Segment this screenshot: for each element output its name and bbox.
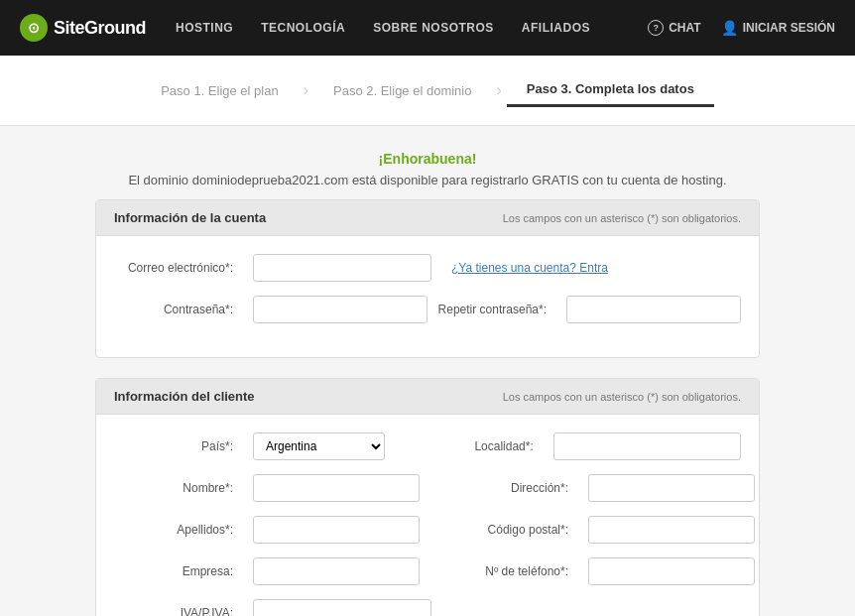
email-label: Correo electrónico*: bbox=[114, 261, 243, 275]
phone-input[interactable] bbox=[588, 557, 755, 585]
login-label: INICIAR SESIÓN bbox=[743, 21, 835, 35]
repeat-password-input[interactable] bbox=[566, 296, 741, 323]
main-content: ¡Enhorabuena! El dominio dominiodeprueba… bbox=[80, 126, 775, 616]
name-address-row: Nombre*: Dirección*: bbox=[114, 474, 741, 502]
client-card-body: País*: Argentina España México Colombia … bbox=[96, 415, 759, 616]
logo-text: SiteGround bbox=[54, 18, 146, 39]
password-label: Contraseña*: bbox=[114, 303, 243, 316]
main-nav: HOSTING TECNOLOGÍA SOBRE NOSOTROS AFILIA… bbox=[176, 21, 648, 35]
success-message: ¡Enhorabuena! El dominio dominiodeprueba… bbox=[95, 151, 760, 187]
email-row: Correo electrónico*: ¿Ya tienes una cuen… bbox=[114, 254, 741, 282]
chat-label: CHAT bbox=[669, 21, 700, 35]
lastname-input[interactable] bbox=[253, 516, 420, 544]
account-section-title: Información de la cuenta bbox=[114, 210, 266, 225]
main-header: ⊙ SiteGround HOSTING TECNOLOGÍA SOBRE NO… bbox=[0, 0, 855, 56]
lastname-postal-row: Apellidos*: Código postal*: bbox=[114, 516, 741, 544]
iva-row: IVA/P.IVA: bbox=[114, 599, 741, 616]
chat-icon: ? bbox=[648, 20, 664, 36]
logo[interactable]: ⊙ SiteGround bbox=[20, 14, 146, 42]
country-label: País*: bbox=[114, 439, 243, 453]
steps-container: Paso 1. Elige el plan › Paso 2. Elige el… bbox=[141, 56, 714, 125]
user-icon: 👤 bbox=[721, 20, 738, 36]
account-card: Información de la cuenta Los campos con … bbox=[95, 199, 760, 358]
name-label: Nombre*: bbox=[114, 481, 243, 495]
step-3[interactable]: Paso 3. Completa los datos bbox=[507, 73, 714, 107]
address-label: Dirección*: bbox=[449, 481, 578, 495]
country-city-row: País*: Argentina España México Colombia … bbox=[114, 432, 741, 460]
step-divider-2: › bbox=[491, 81, 506, 99]
have-account-link[interactable]: ¿Ya tienes una cuenta? Entra bbox=[451, 261, 608, 275]
steps-bar: Paso 1. Elige el plan › Paso 2. Elige el… bbox=[0, 56, 855, 126]
nav-sobre[interactable]: SOBRE NOSOTROS bbox=[373, 21, 494, 35]
client-card-header: Información del cliente Los campos con u… bbox=[96, 379, 759, 415]
success-title: ¡Enhorabuena! bbox=[95, 151, 760, 167]
address-input[interactable] bbox=[588, 474, 755, 502]
logo-icon: ⊙ bbox=[20, 14, 48, 42]
repeat-password-label: Repetir contraseña*: bbox=[437, 303, 556, 316]
nav-tecnologia[interactable]: TECNOLOGÍA bbox=[261, 21, 345, 35]
client-section-title: Información del cliente bbox=[114, 389, 255, 404]
success-domain-message: El dominio dominiodeprueba2021.com está … bbox=[95, 173, 760, 187]
chat-button[interactable]: ? CHAT bbox=[648, 20, 700, 36]
client-section-note: Los campos con un asterisco (*) son obli… bbox=[503, 391, 741, 403]
step-1[interactable]: Paso 1. Elige el plan bbox=[141, 75, 299, 106]
nav-afiliados[interactable]: AFILIADOS bbox=[522, 21, 590, 35]
iva-input[interactable] bbox=[253, 599, 431, 616]
nav-hosting[interactable]: HOSTING bbox=[176, 21, 233, 35]
lastname-label: Apellidos*: bbox=[114, 523, 243, 537]
login-button[interactable]: 👤 INICIAR SESIÓN bbox=[721, 20, 835, 36]
company-input[interactable] bbox=[253, 557, 420, 585]
step-divider-1: › bbox=[299, 81, 313, 99]
password-row: Contraseña*: Repetir contraseña*: bbox=[114, 296, 741, 323]
client-card: Información del cliente Los campos con u… bbox=[95, 378, 760, 616]
password-input[interactable] bbox=[253, 296, 428, 323]
postal-label: Código postal*: bbox=[449, 523, 578, 537]
company-label: Empresa: bbox=[114, 564, 243, 578]
country-select[interactable]: Argentina España México Colombia Chile bbox=[253, 432, 385, 460]
company-phone-row: Empresa: Nº de teléfono*: bbox=[114, 557, 741, 585]
account-section-note: Los campos con un asterisco (*) son obli… bbox=[503, 212, 741, 224]
header-right: ? CHAT 👤 INICIAR SESIÓN bbox=[648, 20, 835, 36]
account-card-header: Información de la cuenta Los campos con … bbox=[96, 200, 759, 236]
email-input[interactable] bbox=[253, 254, 431, 282]
phone-label: Nº de teléfono*: bbox=[449, 564, 578, 578]
iva-label: IVA/P.IVA: bbox=[114, 606, 243, 616]
postal-input[interactable] bbox=[588, 516, 755, 544]
step-2[interactable]: Paso 2. Elige el dominio bbox=[313, 75, 491, 106]
name-input[interactable] bbox=[253, 474, 420, 502]
account-card-body: Correo electrónico*: ¿Ya tienes una cuen… bbox=[96, 236, 759, 357]
city-input[interactable] bbox=[553, 432, 741, 460]
city-label: Localidad*: bbox=[415, 439, 544, 453]
